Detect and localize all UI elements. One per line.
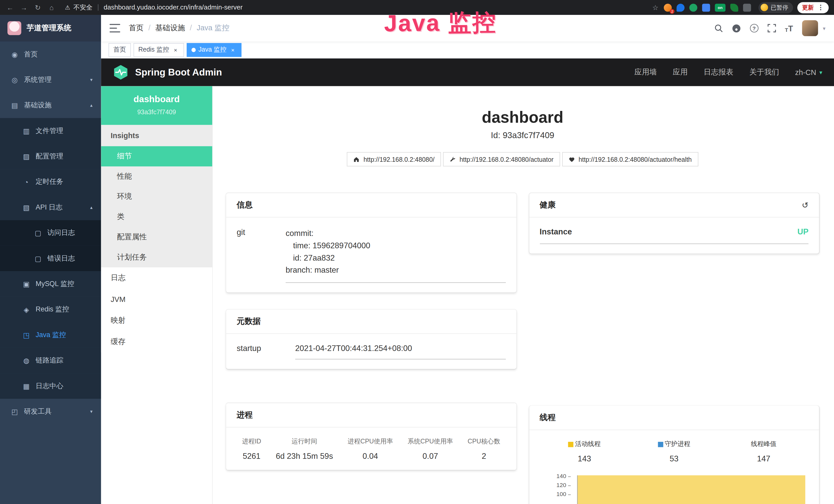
help-icon[interactable]: ?	[750, 24, 758, 32]
health-url-link[interactable]: http://192.168.0.2:48080/actuator/health	[562, 152, 698, 166]
extension-on-badge[interactable]: on	[715, 3, 725, 11]
panel-item-performance[interactable]: 性能	[101, 166, 212, 187]
sidebar-item-label: 访问日志	[47, 228, 75, 237]
insights-group-header: Insights	[101, 125, 212, 146]
locale-select[interactable]: zh-CN ▾	[795, 68, 822, 76]
panel-item-environment[interactable]: 环境	[101, 187, 212, 207]
fullscreen-icon[interactable]	[767, 24, 776, 32]
panel-item-caches[interactable]: 缓存	[101, 331, 212, 352]
info-line: commit:	[286, 227, 505, 239]
app-logo-row[interactable]: 芋道管理系统	[0, 15, 101, 42]
sidebar-item-log-center[interactable]: ▦ 日志中心	[0, 373, 101, 399]
tag-java-monitor[interactable]: Java 监控 ×	[187, 43, 241, 57]
sba-nav-about[interactable]: 关于我们	[749, 68, 779, 77]
mysql-icon: ▣	[22, 280, 30, 288]
panel-item-jvm[interactable]: JVM	[101, 289, 212, 310]
sidebar-item-redis-monitor[interactable]: ◈ Redis 监控	[0, 297, 101, 322]
instance-name: dashboard	[101, 94, 212, 105]
sba-nav-wallboard[interactable]: 应用墙	[634, 68, 657, 77]
history-icon[interactable]: ↺	[802, 200, 809, 210]
font-size-icon[interactable]: TT	[785, 24, 793, 32]
tag-home[interactable]: 首页	[108, 43, 131, 57]
extension-fox-icon[interactable]: 1	[664, 3, 672, 11]
security-label[interactable]: 不安全	[73, 3, 93, 12]
sidebar-item-mysql-monitor[interactable]: ▣ MySQL 监控	[0, 271, 101, 297]
sidebar-item-dev-tools[interactable]: ◰ 研发工具 ▾	[0, 399, 101, 424]
access-log-icon: ▢	[34, 229, 42, 237]
url-text[interactable]: dashboard.yudao.iocoder.cn/infra/admin-s…	[104, 4, 243, 11]
forward-icon[interactable]: →	[19, 3, 29, 11]
gear-icon: ◎	[10, 76, 19, 84]
browser-home-icon[interactable]: ⌂	[47, 3, 56, 11]
reload-icon[interactable]: ↻	[33, 3, 42, 11]
sidebar-item-api-logs[interactable]: ▧ API 日志 ▴	[0, 194, 101, 220]
sba-brand-title[interactable]: Spring Boot Admin	[135, 67, 222, 78]
spring-boot-admin-logo-icon	[113, 65, 129, 81]
log-center-icon: ▦	[22, 382, 30, 390]
search-icon[interactable]	[714, 24, 723, 32]
actuator-url-link[interactable]: http://192.168.0.2:48080/actuator	[443, 152, 560, 166]
sidebar-item-label: 链路追踪	[36, 356, 63, 365]
process-metric: 运行时间 6d 23h 15m 59s	[276, 437, 333, 460]
tag-redis-monitor[interactable]: Redis 监控 ×	[134, 43, 184, 57]
profile-paused-pill[interactable]: 已暂停	[759, 2, 793, 13]
info-line: branch: master	[286, 264, 505, 276]
sidebar-item-label: API 日志	[36, 203, 63, 212]
sba-nav-applications[interactable]: 应用	[673, 68, 687, 77]
extension-green-icon[interactable]	[689, 3, 697, 11]
service-url-link[interactable]: http://192.168.0.2:48080/	[347, 152, 441, 166]
sidebar-item-label: 系统管理	[24, 75, 52, 85]
chevron-up-icon: ▴	[90, 205, 92, 210]
panel-item-logs[interactable]: 日志	[101, 268, 212, 289]
avatar-caret-icon[interactable]: ▾	[823, 25, 825, 31]
extension-leaf-icon[interactable]	[730, 3, 738, 11]
health-instance-label: Instance	[540, 227, 572, 236]
sidebar-item-label: 基础设施	[24, 100, 52, 110]
user-avatar[interactable]	[802, 20, 818, 36]
sidebar-item-java-monitor[interactable]: ◳ Java 监控	[0, 322, 101, 348]
top-navbar: 首页 基础设施 Java 监控 ? TT	[101, 15, 834, 42]
breadcrumb-infrastructure[interactable]: 基础设施	[155, 23, 197, 33]
legend-square-icon	[568, 442, 574, 447]
panel-item-details[interactable]: 细节	[101, 146, 212, 166]
panel-item-classes[interactable]: 类	[101, 207, 212, 227]
bookmark-star-icon[interactable]: ☆	[652, 3, 659, 11]
threads-card: 线程 活动线程 143	[529, 406, 819, 504]
sidebar-item-home[interactable]: ◉ 首页	[0, 42, 101, 67]
sidebar-item-file-management[interactable]: ▥ 文件管理	[0, 118, 101, 143]
sidebar-item-infrastructure[interactable]: ▤ 基础设施 ▴	[0, 92, 101, 118]
extension-drop-icon[interactable]	[677, 3, 684, 11]
breadcrumb-current: Java 监控	[197, 23, 229, 33]
tags-bar: 首页 Redis 监控 × Java 监控 ×	[101, 42, 834, 59]
browser-update-button[interactable]: 更新 ⋮	[797, 2, 829, 13]
close-tab-icon[interactable]: ×	[172, 46, 179, 53]
instance-header[interactable]: dashboard 93a3fc7f7409	[101, 86, 212, 125]
sidebar-item-access-log[interactable]: ▢ 访问日志	[0, 220, 101, 246]
sidebar-item-scheduled-tasks[interactable]: ◔ 定时任务	[0, 169, 101, 194]
extensions-puzzle-icon[interactable]	[743, 3, 751, 11]
card-title: 元数据	[237, 316, 261, 326]
sidebar-item-system-management[interactable]: ◎ 系统管理 ▾	[0, 67, 101, 92]
address-bar[interactable]: ⚠ 不安全 dashboard.yudao.iocoder.cn/infra/a…	[65, 3, 648, 12]
breadcrumb: 首页 基础设施 Java 监控	[129, 23, 229, 33]
extension-grid-icon[interactable]	[702, 3, 710, 11]
panel-item-config-props[interactable]: 配置属性	[101, 227, 212, 247]
close-tab-icon[interactable]: ×	[229, 46, 237, 53]
link-label: http://192.168.0.2:48080/actuator	[460, 156, 553, 163]
not-secure-warning-icon[interactable]: ⚠	[65, 4, 70, 11]
browser-menu-dots-icon[interactable]: ⋮	[817, 4, 824, 11]
browser-toolbar: ← → ↻ ⌂ ⚠ 不安全 dashboard.yudao.iocoder.cn…	[0, 0, 834, 15]
page-title: dashboard	[226, 108, 819, 126]
panel-item-scheduled-tasks[interactable]: 计划任务	[101, 247, 212, 268]
sidebar-item-error-log[interactable]: ▢ 错误日志	[0, 246, 101, 271]
breadcrumb-home[interactable]: 首页	[129, 23, 155, 33]
back-icon[interactable]: ←	[5, 3, 15, 11]
sidebar-item-trace[interactable]: ◍ 链路追踪	[0, 348, 101, 373]
info-line: time: 1596289704000	[286, 239, 505, 252]
sba-nav-journal[interactable]: 日志报表	[704, 68, 733, 77]
panel-item-mappings[interactable]: 映射	[101, 310, 212, 331]
admin-sidebar: 芋道管理系统 ◉ 首页 ◎ 系统管理 ▾ ▤ 基础设施 ▴ ▥ 文件管理 ▨	[0, 15, 101, 504]
sidebar-item-config-management[interactable]: ▨ 配置管理	[0, 143, 101, 169]
github-icon[interactable]	[732, 24, 741, 32]
sidebar-toggle[interactable]	[110, 24, 120, 32]
